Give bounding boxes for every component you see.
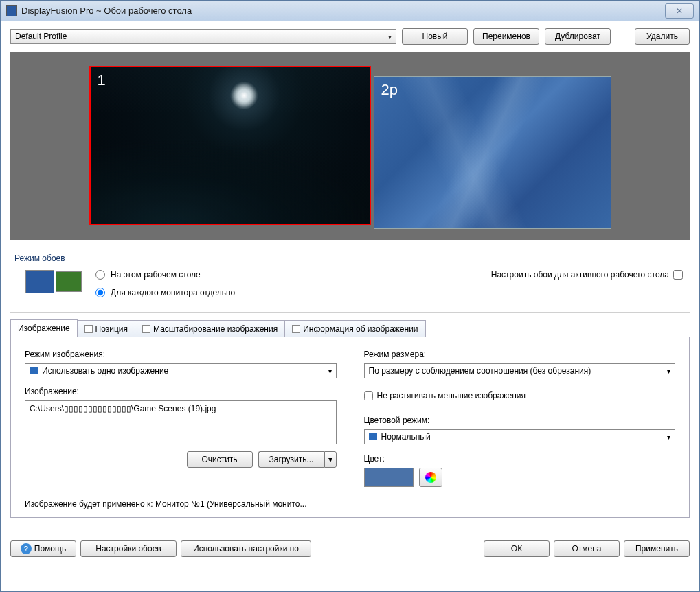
content-area: Default Profile ▾ Новый Переименов Дубли…	[1, 21, 699, 525]
chevron-down-icon: ▾	[667, 433, 670, 441]
color-label: Цвет:	[364, 454, 676, 464]
new-profile-button[interactable]: Новый	[402, 28, 468, 45]
monitor-1-preview[interactable]: 1	[89, 66, 371, 225]
image-path-box[interactable]: C:\Users\▯▯▯▯▯▯▯▯▯▯▯▯▯▯\Game Scenes (19)…	[25, 400, 337, 444]
wallpaper-settings-button[interactable]: Настройки обоев	[80, 540, 177, 557]
duplicate-profile-button[interactable]: Дублироват	[545, 28, 611, 45]
chevron-down-icon: ▾	[328, 367, 332, 375]
active-desktop-label: Настроить обои для активного рабочего ст…	[491, 270, 669, 280]
rename-profile-button[interactable]: Переименов	[473, 28, 539, 45]
color-picker-button[interactable]	[419, 468, 442, 487]
radio-each-monitor-label: Для каждого монитора отдельно	[111, 288, 235, 297]
help-button[interactable]: ? Помощь	[10, 540, 76, 557]
help-button-label: Помощь	[34, 544, 66, 554]
no-stretch-checkbox[interactable]: Не растягивать меньшие изображения	[364, 391, 676, 400]
profile-toolbar: Default Profile ▾ Новый Переименов Дубли…	[10, 28, 690, 45]
wallpaper-mode-title: Режим обоев	[13, 253, 687, 263]
bottom-toolbar: ? Помощь Настройки обоев Использовать на…	[1, 532, 699, 565]
color-mode-combo[interactable]: Нормальный ▾	[364, 429, 676, 444]
radio-same-desktop[interactable]: На этом рабочем столе	[95, 270, 235, 280]
close-icon: ✕	[676, 6, 683, 16]
color-mode-label: Цветовой режим:	[364, 415, 676, 425]
tab-image[interactable]: Изображение	[10, 319, 78, 337]
color-mode-value: Нормальный	[381, 432, 431, 442]
tab-scaling-checkbox-icon	[142, 325, 150, 333]
app-window: DisplayFusion Pro ~ Обои рабочего стола …	[0, 0, 700, 592]
monitor-preview-area: 1 2p	[10, 52, 690, 240]
image-mode-label: Режим изображения:	[25, 350, 337, 359]
tab-info-checkbox-icon	[292, 325, 300, 333]
active-desktop-input[interactable]	[673, 270, 683, 280]
active-desktop-checkbox[interactable]: Настроить обои для активного рабочего ст…	[491, 270, 687, 280]
tab-info-label: Информация об изображении	[303, 324, 418, 334]
tab-image-label: Изображение	[18, 323, 70, 333]
tabs-bar: Изображение Позиция Масштабирование изоб…	[10, 319, 690, 337]
tab-info[interactable]: Информация об изображении	[284, 320, 425, 337]
titlebar: DisplayFusion Pro ~ Обои рабочего стола …	[1, 1, 699, 21]
monitor-blue-icon	[25, 270, 54, 293]
color-mode-icon	[369, 433, 377, 440]
no-stretch-label: Не растягивать меньшие изображения	[377, 391, 526, 400]
load-button-group: Загрузить... ▾	[258, 451, 337, 468]
left-column: Режим изображения: Использовать одно изо…	[25, 350, 337, 487]
load-button[interactable]: Загрузить...	[258, 451, 324, 468]
monitor-green-icon	[56, 271, 82, 292]
image-mode-combo[interactable]: Использовать одно изображение ▾	[25, 363, 337, 378]
monitor-2-preview[interactable]: 2p	[374, 76, 611, 229]
size-mode-value: По размеру с соблюдением соотношения (бе…	[369, 366, 591, 376]
chevron-down-icon: ▾	[328, 455, 332, 464]
profile-selected-label: Default Profile	[15, 32, 67, 41]
radio-same-desktop-label: На этом рабочем столе	[111, 270, 201, 280]
image-path-value: C:\Users\▯▯▯▯▯▯▯▯▯▯▯▯▯▯\Game Scenes (19)…	[30, 404, 216, 413]
profile-select[interactable]: Default Profile ▾	[10, 29, 396, 44]
radio-same-desktop-input[interactable]	[95, 270, 105, 280]
color-swatch[interactable]	[364, 468, 414, 487]
radio-each-monitor-input[interactable]	[95, 288, 105, 297]
color-wheel-icon	[425, 472, 436, 483]
tab-position-label: Позиция	[95, 324, 128, 334]
monitor-2-label: 2p	[381, 81, 398, 99]
size-mode-label: Режим размера:	[364, 350, 676, 359]
app-icon	[6, 5, 17, 16]
window-title: DisplayFusion Pro ~ Обои рабочего стола	[21, 5, 665, 16]
tab-scaling-label: Масштабирование изображения	[153, 324, 278, 334]
image-mode-icon	[30, 367, 38, 374]
wallpaper-mode-section: Режим обоев На этом рабочем столе Для ка…	[10, 249, 690, 307]
divider	[10, 312, 690, 313]
image-path-label: Изображение:	[25, 387, 337, 396]
cancel-button[interactable]: Отмена	[554, 540, 620, 557]
image-mode-value: Использовать одно изображение	[42, 366, 168, 376]
use-defaults-button[interactable]: Использовать настройки по	[181, 540, 311, 557]
close-button[interactable]: ✕	[665, 3, 694, 19]
tab-position[interactable]: Позиция	[77, 320, 135, 337]
no-stretch-input[interactable]	[364, 391, 373, 400]
delete-profile-button[interactable]: Удалить	[635, 28, 690, 45]
ok-button[interactable]: ОК	[484, 540, 550, 557]
chevron-down-icon: ▾	[667, 367, 670, 375]
load-dropdown-button[interactable]: ▾	[324, 451, 337, 468]
mode-icons	[25, 270, 82, 293]
right-column: Режим размера: По размеру с соблюдением …	[364, 350, 676, 487]
size-mode-combo[interactable]: По размеру с соблюдением соотношения (бе…	[364, 363, 676, 378]
chevron-down-icon: ▾	[388, 33, 392, 41]
tab-position-checkbox-icon	[84, 325, 93, 333]
tab-panel-image: Режим изображения: Использовать одно изо…	[10, 337, 690, 518]
help-icon: ?	[21, 543, 32, 554]
apply-status-text: Изображение будет применено к: Монитор №…	[25, 499, 675, 509]
clear-button[interactable]: Очистить	[187, 451, 253, 468]
radio-each-monitor[interactable]: Для каждого монитора отдельно	[95, 288, 235, 297]
tab-scaling[interactable]: Масштабирование изображения	[135, 320, 285, 337]
apply-button[interactable]: Применить	[624, 540, 690, 557]
monitor-1-label: 1	[98, 71, 106, 89]
